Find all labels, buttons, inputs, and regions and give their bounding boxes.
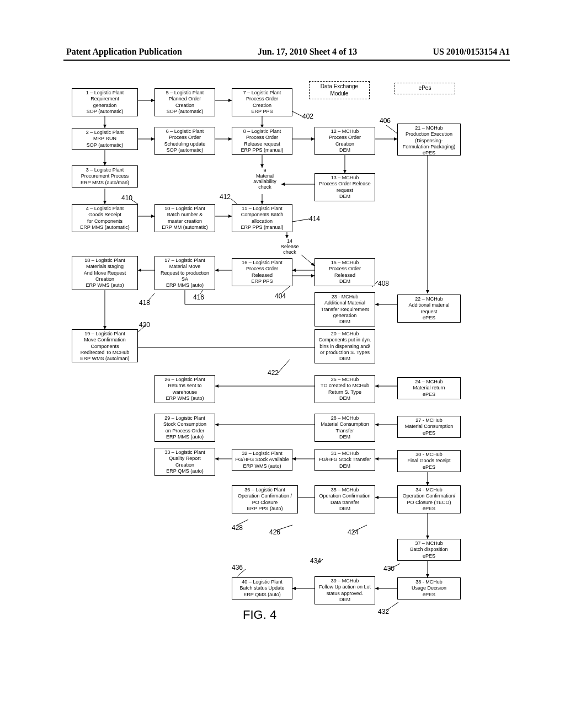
callout-424: 424 bbox=[348, 528, 359, 536]
callout-408: 408 bbox=[378, 280, 389, 287]
box-32: 32 – Logistic PlantFG/HFG Stock Availabl… bbox=[232, 449, 292, 471]
node-14-text: Releasecheck bbox=[276, 244, 303, 255]
box-3: 3 – Logistic PlantProcurement ProcessERP… bbox=[72, 165, 138, 188]
page-header: Patent Application Publication Jun. 17, … bbox=[66, 47, 510, 57]
box-19: 19 – Logistic PlantMove ConfirmationComp… bbox=[72, 329, 138, 362]
box-25: 25 – MCHubTO created to MCHubReturn S. T… bbox=[315, 375, 375, 403]
callout-414: 414 bbox=[309, 215, 320, 223]
callout-428: 428 bbox=[232, 524, 243, 532]
box-30: 30 - MCHubFinal Goods receiptePES bbox=[397, 450, 461, 472]
box-28: 28 – MCHubMaterial ConsumptionTransferDE… bbox=[315, 414, 375, 442]
svg-line-43 bbox=[292, 219, 309, 222]
box-2: 2 – Logistic PlantMRP RUNSOP (automatic) bbox=[72, 128, 138, 150]
node-9-num: 9 bbox=[248, 168, 281, 173]
box-5: 5 – Logistic PlantPlanned OrderCreationS… bbox=[154, 88, 215, 116]
box-1: 1 – Logistic PlantRequirementgenerationS… bbox=[72, 88, 138, 116]
box-22: 22 – MCHubAdditional materialrequestePES bbox=[397, 295, 461, 323]
callout-402: 402 bbox=[302, 113, 313, 120]
box-8: 8 – Logistic PlantProcess OrderRelease r… bbox=[232, 127, 292, 155]
svg-line-39 bbox=[292, 111, 303, 117]
box-33: 33 – Logistic PlantQuality ReportCreatio… bbox=[154, 448, 215, 476]
box-34: 34 - MCHubOperation Confirmation/PO Clos… bbox=[397, 485, 461, 513]
callout-430: 430 bbox=[383, 565, 395, 572]
node-14-num: 14 bbox=[276, 238, 303, 244]
box-40: 40 – Logistic PlantBatch status UpdateER… bbox=[232, 577, 292, 599]
callout-422: 422 bbox=[268, 369, 279, 377]
box-13: 13 – MCHubProcess Order ReleaserequestDE… bbox=[315, 173, 375, 201]
box-18: 18 – Logistic PlantMaterials stagingAnd … bbox=[72, 256, 138, 290]
box-31: 31 – MCHubFG/HFG Stock TransferDEM bbox=[315, 449, 375, 471]
box-23: 23 - MCHubAdditional MaterialTransfer Re… bbox=[315, 292, 375, 326]
box-12: 12 – MCHubProcess OrderCreationDEM bbox=[315, 127, 375, 155]
box-7: 7 – Logistic PlantProcess OrderCreationE… bbox=[232, 88, 292, 116]
box-29: 29 – Logistic PlantStock Consumptionon P… bbox=[154, 414, 215, 442]
callout-432: 432 bbox=[378, 608, 389, 615]
callout-412: 412 bbox=[220, 193, 231, 201]
node-14: 14 Releasecheck bbox=[276, 238, 303, 255]
box-16: 16 – Logistic PlantProcess OrderReleased… bbox=[232, 258, 292, 286]
header-right: US 2010/0153154 A1 bbox=[433, 47, 510, 57]
figure-label: FIG. 4 bbox=[243, 608, 276, 622]
svg-line-49 bbox=[278, 360, 290, 373]
callout-434: 434 bbox=[310, 557, 321, 565]
box-37: 37 – MCHubBatch dispositionePES bbox=[397, 539, 461, 561]
svg-line-17 bbox=[301, 255, 315, 266]
svg-line-42 bbox=[231, 199, 237, 204]
box-27: 27 - MCHubMaterial ConsumptionePES bbox=[397, 416, 461, 438]
header-center: Jun. 17, 2010 Sheet 4 of 13 bbox=[258, 47, 357, 57]
box-6: 6 – Logistic PlantProcess OrderSchedulin… bbox=[154, 127, 215, 155]
callout-404: 404 bbox=[275, 292, 286, 300]
callout-418: 418 bbox=[139, 299, 150, 307]
box-38: 38 - MCHubUsage DecisionePES bbox=[397, 577, 461, 599]
box-39: 39 – MCHubFollow Up action on Lotstatus … bbox=[315, 576, 375, 604]
box-15: 15 – MCHubProcess OrderReleasedDEM bbox=[315, 258, 375, 286]
box-36: 36 – Logistic PlantOperation Confirmatio… bbox=[232, 485, 298, 513]
svg-line-40 bbox=[386, 125, 397, 133]
dashed-data-exchange-module: Data ExchangeModule bbox=[309, 81, 370, 99]
page: Patent Application Publication Jun. 17, … bbox=[0, 0, 565, 728]
box-10: 10 – Logistic PlantBatch number &master … bbox=[154, 204, 215, 232]
box-11: 11 – Logistic PlantComponents Batchalloc… bbox=[232, 204, 292, 232]
dashed-epes: ePes bbox=[395, 83, 455, 94]
callout-416: 416 bbox=[193, 293, 204, 301]
callout-436: 436 bbox=[232, 564, 243, 571]
box-21: 21 – MCHubProduction Execution(Dispensin… bbox=[397, 124, 461, 156]
box-26: 26 – Logistic PlantReturns sent towareho… bbox=[154, 375, 215, 403]
box-4: 4 – Logistic PlantGoods Receiptfor Compo… bbox=[72, 204, 138, 232]
node-9-text: Materialavailabilitycheck bbox=[248, 173, 281, 190]
header-left: Patent Application Publication bbox=[66, 47, 182, 57]
callout-420: 420 bbox=[139, 321, 150, 329]
callout-406: 406 bbox=[380, 117, 391, 125]
callout-426: 426 bbox=[269, 528, 280, 536]
callout-410: 410 bbox=[121, 194, 132, 202]
node-9: 9 Materialavailabilitycheck bbox=[248, 168, 281, 190]
box-17: 17 – Logistic PlantMaterial MoveRequest … bbox=[154, 256, 215, 290]
box-20: 20 – MCHubComponents put in dyn.bins in … bbox=[315, 329, 375, 363]
diagram-stage: Data ExchangeModule ePes 1 – Logistic Pl… bbox=[72, 84, 493, 679]
box-35: 35 – MCHubOperation ConfirmationData tra… bbox=[315, 485, 375, 513]
header-rule bbox=[63, 60, 510, 61]
box-24: 24 – MCHubMaterial returnePES bbox=[397, 377, 461, 399]
